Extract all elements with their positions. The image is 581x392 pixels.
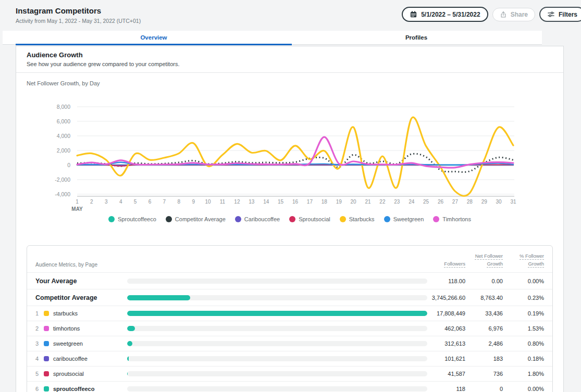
x-tick-label: 15: [278, 199, 284, 205]
profile-cell: 4cariboucoffee: [35, 356, 127, 362]
net-growth-value: 33,436: [465, 310, 503, 317]
table-header-row: Audience Metrics, by Page Followers Net …: [27, 246, 552, 272]
x-tick-label: 1: [76, 199, 79, 205]
x-tick-label: 20: [351, 199, 357, 205]
followers-value: 462,063: [427, 325, 465, 332]
legend-item-competitor-average[interactable]: Competitor Average: [166, 216, 226, 222]
audience-metrics-table: Audience Metrics, by Page Followers Net …: [27, 245, 553, 392]
column-header-followers[interactable]: Followers: [427, 260, 465, 268]
x-tick-label: 14: [263, 199, 269, 205]
column-header-pct-follower-growth[interactable]: % Follower Growth: [503, 252, 544, 268]
legend-item-starbucks[interactable]: Starbucks: [340, 216, 375, 222]
table-row-sproutsocial[interactable]: 5sproutsocial41,5877361.80%: [27, 366, 552, 381]
x-tick-label: 12: [234, 199, 240, 205]
net-growth-value: 736: [465, 371, 503, 377]
y-tick-label: -4,000: [55, 191, 70, 197]
section-subtitle: See how your audience grew compared to y…: [27, 61, 553, 67]
filters-label: Filters: [559, 11, 577, 18]
x-tick-label: 31: [510, 199, 516, 205]
profile-name: sweetgreen: [53, 340, 83, 347]
table-row-cariboucoffee[interactable]: 4cariboucoffee101,6211830.18%: [27, 351, 552, 366]
followers-value: 118: [427, 386, 465, 392]
x-tick-label: 25: [423, 199, 429, 205]
tab-overview[interactable]: Overview: [16, 31, 292, 44]
tab-bar: Overview Profiles: [3, 31, 542, 45]
rank-number: 3: [35, 340, 40, 347]
column-header-net-follower-growth[interactable]: Net Follower Growth: [465, 252, 503, 268]
tab-profiles[interactable]: Profiles: [292, 31, 541, 44]
share-label: Share: [511, 11, 528, 18]
y-tick-label: 8,000: [57, 104, 70, 110]
x-tick-label: 21: [365, 199, 371, 205]
table-row-timhortons[interactable]: 2timhortons462,0636,9761.53%: [27, 321, 552, 336]
follower-bar-track: [127, 386, 427, 391]
pct-growth-value: 0.00%: [503, 386, 544, 392]
table-row-sproutcoffeeco[interactable]: 6sproutcoffeeco11800.00%: [27, 381, 552, 392]
series-line-timhortons: [77, 137, 513, 168]
rank-number: 6: [35, 386, 40, 392]
followers-value: 118.00: [427, 278, 465, 284]
net-growth-value: 183: [465, 356, 503, 362]
profile-color-swatch: [44, 386, 49, 391]
x-tick-label: 16: [292, 199, 299, 205]
report-header: Instagram Competitors Activity from May …: [0, 0, 581, 31]
profile-color-swatch: [44, 326, 49, 331]
profile-color-swatch: [44, 341, 49, 346]
row-competitor-average[interactable]: Competitor Average3,745,266.608,763.400.…: [27, 289, 552, 306]
rank-number: 1: [35, 310, 40, 317]
followers-value: 41,587: [427, 371, 465, 377]
rank-number: 5: [35, 371, 40, 377]
table-title: Audience Metrics, by Page: [35, 262, 127, 268]
net-growth-value: 2,486: [465, 340, 503, 347]
x-tick-label: 29: [481, 199, 488, 205]
followers-value: 17,808,449: [427, 310, 465, 317]
profile-name: starbucks: [53, 310, 78, 317]
x-axis-month-label: MAY: [71, 206, 83, 212]
follower-bar-fill: [127, 356, 129, 361]
legend-dot: [289, 216, 295, 222]
follower-bar-fill: [127, 311, 427, 316]
legend-item-sproutcoffeeco[interactable]: Sproutcoffeeco: [108, 216, 156, 222]
follower-bar-track: [127, 311, 427, 316]
date-range-button[interactable]: 5/1/2022 – 5/31/2022: [402, 7, 488, 22]
filters-button[interactable]: Filters: [539, 7, 581, 22]
row-your-average[interactable]: Your Average118.000.000.00%: [27, 272, 552, 289]
profile-cell: 3sweetgreen: [35, 340, 127, 347]
follower-bar-track: [127, 356, 427, 361]
pct-growth-value: 0.23%: [503, 295, 544, 301]
rank-number: 4: [35, 356, 40, 362]
legend-item-cariboucoffee[interactable]: Cariboucoffee: [235, 216, 280, 222]
date-range-label: 5/1/2022 – 5/31/2022: [421, 11, 480, 18]
legend-item-sweetgreen[interactable]: Sweetgreen: [384, 216, 424, 222]
table-row-starbucks[interactable]: 1starbucks17,808,44933,4360.19%: [27, 306, 552, 321]
row-label: Competitor Average: [35, 294, 127, 301]
x-tick-label: 6: [149, 199, 152, 205]
follower-bar-track: [127, 326, 427, 331]
follower-bar-track: [127, 371, 427, 376]
share-button[interactable]: Share: [492, 8, 535, 21]
pct-growth-value: 1.53%: [503, 325, 544, 332]
legend-item-timhortons[interactable]: Timhortons: [433, 216, 471, 222]
share-icon: [500, 11, 507, 18]
x-tick-label: 17: [307, 199, 313, 205]
series-line-starbucks: [77, 117, 513, 196]
y-tick-label: 2,000: [57, 147, 70, 154]
legend-item-sproutsocial[interactable]: Sproutsocial: [289, 216, 330, 222]
followers-value: 101,621: [427, 356, 465, 362]
pct-growth-value: 1.80%: [503, 371, 544, 377]
net-growth-value: 6,976: [465, 325, 503, 332]
profile-name: sproutsocial: [53, 371, 84, 377]
legend-dot: [166, 216, 172, 222]
page-title: Instagram Competitors: [16, 6, 141, 15]
rank-number: 2: [35, 325, 40, 332]
table-row-sweetgreen[interactable]: 3sweetgreen312,6132,4860.80%: [27, 336, 552, 351]
x-tick-label: 19: [336, 199, 342, 205]
x-tick-label: 11: [220, 199, 226, 205]
profile-color-swatch: [44, 356, 49, 361]
header-controls: 5/1/2022 – 5/31/2022 Share Filters: [402, 7, 581, 22]
legend-dot: [340, 216, 346, 222]
legend-label: Sproutsocial: [299, 216, 330, 222]
row-label: Your Average: [35, 277, 127, 285]
x-tick-label: 9: [192, 199, 195, 205]
x-tick-label: 5: [134, 199, 137, 205]
